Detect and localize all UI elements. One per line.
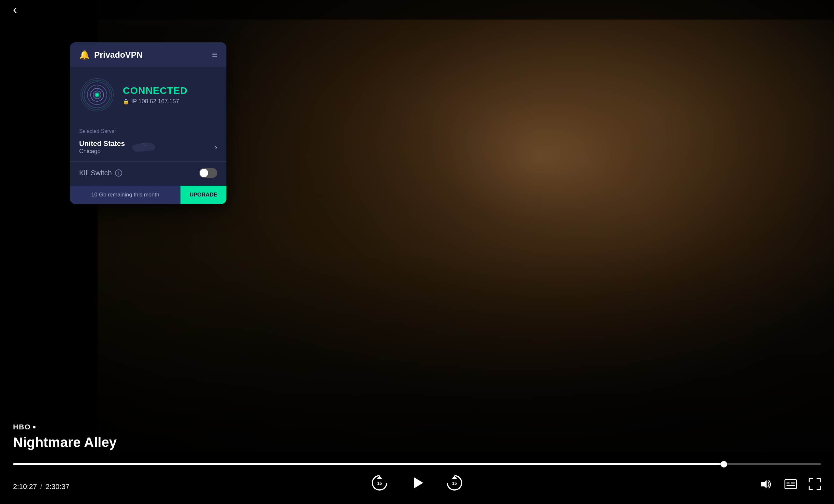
hbo-text: HBO [13,423,31,431]
server-city: Chicago [79,148,125,155]
svg-text:15: 15 [452,481,457,486]
svg-text:15: 15 [377,481,382,486]
controls-bar: 15 15 [0,472,834,494]
show-info: HBO Nightmare Alley [13,423,117,450]
vpn-radar [79,77,115,113]
vpn-panel: 🔔 PrivadoVPN ≡ [70,42,226,204]
fullscreen-button[interactable] [809,478,821,492]
lock-icon: 🔒 [123,98,129,105]
server-name: United States Chicago [79,139,125,155]
chevron-right-icon: › [215,143,217,152]
toggle-knob [200,169,208,177]
server-country: United States [79,139,125,148]
forward-button[interactable]: 15 [445,473,464,492]
data-remaining: 10 Gb remaining this month [70,186,180,204]
selected-server-label: Selected Server [70,123,226,136]
progress-knob[interactable] [721,461,727,467]
ip-address: 🔒 IP 108.62.107.157 [123,98,217,105]
vpn-status-area: CONNECTED 🔒 IP 108.62.107.157 [70,67,226,123]
progress-bar-track[interactable] [13,463,821,465]
upgrade-button[interactable]: UPGRADE [180,186,226,204]
svg-rect-17 [785,480,796,489]
svg-rect-20 [786,485,795,486]
progress-bar-fill [13,463,724,465]
rewind-button[interactable]: 15 [370,473,389,492]
vpn-footer: 10 Gb remaining this month UPGRADE [70,186,226,204]
menu-icon[interactable]: ≡ [212,49,217,60]
volume-button[interactable] [760,479,773,492]
top-bar: ‹ [0,0,834,20]
svg-rect-18 [786,482,790,483]
show-title: Nightmare Alley [13,435,117,450]
hbo-logo: HBO [13,423,117,431]
play-button[interactable] [405,472,429,494]
kill-switch-toggle[interactable] [199,168,217,178]
progress-bar-container[interactable] [0,463,834,465]
svg-marker-13 [414,477,423,488]
hbo-dot [33,426,36,429]
vpn-app-title: PrivadoVPN [94,50,143,60]
right-controls [760,478,821,492]
svg-rect-19 [791,482,795,483]
server-info: United States Chicago [79,139,215,155]
vpn-header: 🔔 PrivadoVPN ≡ [70,42,226,67]
vpn-header-left: 🔔 PrivadoVPN [79,50,143,60]
kill-switch-row: Kill Switch i [70,161,226,186]
server-row[interactable]: United States Chicago › [70,136,226,161]
svg-marker-16 [761,480,767,488]
vpn-status-info: CONNECTED 🔒 IP 108.62.107.157 [123,85,217,105]
world-map-icon [130,140,156,154]
subtitles-button[interactable] [785,479,797,491]
svg-point-10 [144,145,145,146]
kill-switch-info-icon[interactable]: i [115,170,122,177]
kill-switch-label: Kill Switch i [79,169,122,177]
connection-status: CONNECTED [123,85,217,96]
back-button[interactable]: ‹ [13,4,17,16]
bell-icon[interactable]: 🔔 [79,50,90,60]
center-controls: 15 15 [370,472,464,494]
